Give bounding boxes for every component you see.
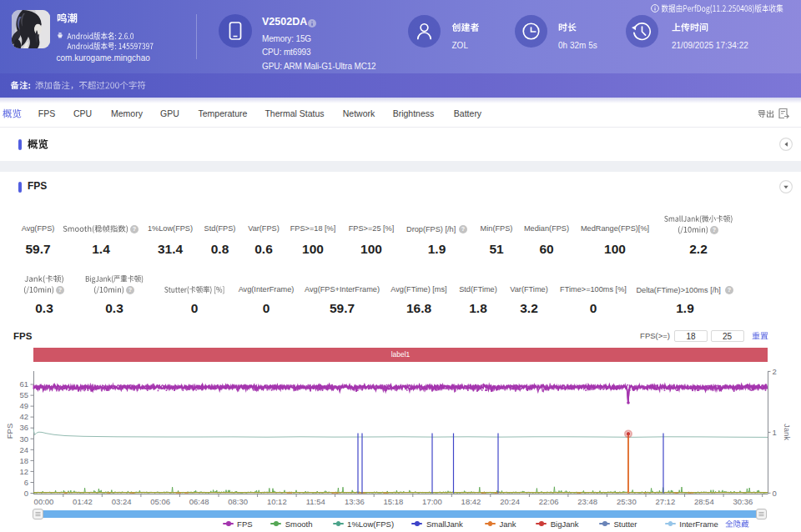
svg-text:?: ? bbox=[58, 286, 63, 294]
svg-text:?: ? bbox=[128, 286, 133, 294]
svg-text:?: ? bbox=[713, 226, 717, 233]
svg-text:?: ? bbox=[728, 286, 732, 294]
